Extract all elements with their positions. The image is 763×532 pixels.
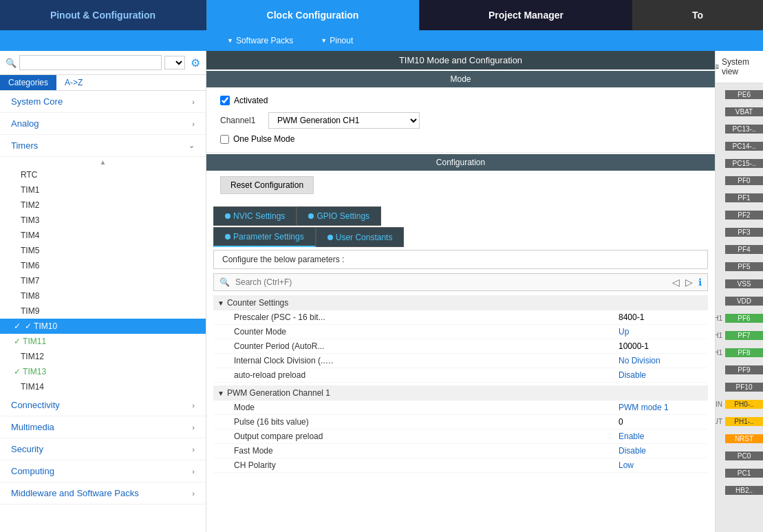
pin-pf10[interactable]: PF10 bbox=[725, 383, 763, 392]
param-fast-mode: Fast Mode Disable bbox=[213, 444, 708, 458]
pin-pc15[interactable]: PC15-.. bbox=[725, 159, 763, 168]
timer-item-tim10[interactable]: ✓ TIM10 bbox=[0, 319, 206, 334]
search-icon: 🔍 bbox=[6, 58, 17, 68]
pin-pf8[interactable]: TIM13_CH1 PF8 bbox=[716, 348, 763, 357]
settings-tabs-row2: Parameter Settings User Constants bbox=[213, 227, 708, 247]
sidebar-item-analog[interactable]: Analog › bbox=[0, 113, 206, 135]
chevron-right-icon: › bbox=[192, 423, 195, 432]
config-section: Reset Configuration NVIC Settings GPIO S… bbox=[206, 171, 715, 247]
timer-item-tim7[interactable]: TIM7 bbox=[0, 273, 206, 288]
timer-item-tim3[interactable]: TIM3 bbox=[0, 213, 206, 228]
activated-checkbox[interactable] bbox=[220, 96, 230, 105]
timer-item-tim6[interactable]: TIM6 bbox=[0, 258, 206, 273]
channel1-select[interactable]: PWM Generation CH1 bbox=[268, 112, 420, 129]
reset-configuration-button[interactable]: Reset Configuration bbox=[220, 176, 314, 194]
view-tab-bar: ▦ Pinout view ≡ System view bbox=[716, 51, 763, 83]
timer-item-tim13[interactable]: ✓ TIM13 bbox=[0, 364, 206, 379]
sidebar-item-multimedia[interactable]: Multimedia › bbox=[0, 416, 206, 438]
pin-pf9[interactable]: PF9 bbox=[725, 365, 763, 374]
pin-pf5[interactable]: PF5 bbox=[725, 262, 763, 271]
tab-parameter-settings[interactable]: Parameter Settings bbox=[213, 227, 316, 247]
param-clock-division: Internal Clock Division (..… No Division bbox=[213, 354, 708, 368]
pin-nrst[interactable]: NRST bbox=[725, 434, 763, 443]
sidebar-search-dropdown[interactable] bbox=[164, 56, 185, 70]
timer-item-tim1[interactable]: TIM1 bbox=[0, 182, 206, 198]
pin-pc1[interactable]: PC1 bbox=[725, 469, 763, 478]
param-prev-icon[interactable]: ◁ bbox=[672, 277, 680, 288]
pwm-channel-group[interactable]: ▼ PWM Generation Channel 1 bbox=[213, 385, 708, 401]
param-search-input[interactable] bbox=[235, 277, 667, 287]
nvic-dot-icon bbox=[225, 213, 230, 219]
pin-pf7[interactable]: TIM11_CH1 PF7 bbox=[716, 331, 763, 340]
pin-hb2[interactable]: HB2.. bbox=[725, 486, 763, 495]
sub-nav-pinout[interactable]: Pinout bbox=[307, 36, 367, 45]
timer-item-tim4[interactable]: TIM4 bbox=[0, 228, 206, 243]
sidebar-item-system-core[interactable]: System Core › bbox=[0, 91, 206, 113]
pin-pf6[interactable]: TIM10_CH1 PF6 bbox=[716, 314, 763, 323]
pin-pc0[interactable]: PC0 bbox=[725, 451, 763, 460]
rcc-osc-out-label: RCC_OSC_OUT bbox=[716, 418, 722, 425]
pin-pc13[interactable]: PC13-.. bbox=[725, 125, 763, 134]
configure-text: Configure the below parameters : bbox=[213, 250, 708, 269]
pin-pf0[interactable]: PF0 bbox=[725, 176, 763, 185]
timer-item-rtc[interactable]: RTC bbox=[0, 167, 206, 182]
gear-icon[interactable]: ⚙ bbox=[191, 56, 200, 70]
pin-pf2[interactable]: PF2 bbox=[725, 211, 763, 220]
tim10-ch1-label: TIM10_CH1 bbox=[716, 315, 722, 322]
timer-item-tim12[interactable]: TIM12 bbox=[0, 349, 206, 364]
tab-gpio-settings[interactable]: GPIO Settings bbox=[297, 206, 381, 226]
sidebar-item-middleware[interactable]: Middleware and Software Packs › bbox=[0, 482, 206, 504]
pin-pf1[interactable]: PF1 bbox=[725, 193, 763, 202]
param-mode: Mode PWM mode 1 bbox=[213, 401, 708, 415]
timer-item-tim14[interactable]: TIM14 bbox=[0, 379, 206, 394]
sub-nav: Software Packs Pinout bbox=[0, 30, 763, 51]
sidebar-search-input[interactable] bbox=[19, 55, 162, 70]
activated-label: Activated bbox=[234, 96, 268, 105]
tab-user-constants[interactable]: User Constants bbox=[316, 227, 405, 247]
timer-item-tim8[interactable]: TIM8 bbox=[0, 288, 206, 304]
settings-tabs: NVIC Settings GPIO Settings bbox=[213, 206, 708, 226]
pin-ph1[interactable]: RCC_OSC_OUT PH1-.. bbox=[716, 417, 763, 426]
param-prescaler: Prescaler (PSC - 16 bit... 8400-1 bbox=[213, 310, 708, 325]
counter-settings-group[interactable]: ▼ Counter Settings bbox=[213, 295, 708, 310]
param-next-icon[interactable]: ▷ bbox=[685, 277, 693, 288]
pin-pf4[interactable]: PF4 bbox=[725, 245, 763, 254]
tab-nvic-settings[interactable]: NVIC Settings bbox=[213, 206, 297, 226]
pin-pc14[interactable]: PC14-.. bbox=[725, 142, 763, 151]
timer-item-tim2[interactable]: TIM2 bbox=[0, 198, 206, 213]
mode-section-header: Mode bbox=[206, 71, 715, 87]
system-view-tab[interactable]: ≡ System view bbox=[716, 54, 757, 80]
pin-ph0[interactable]: RCC_OSC_IN PH0-.. bbox=[716, 400, 763, 409]
sidebar-item-security[interactable]: Security › bbox=[0, 438, 206, 460]
param-search-icon: 🔍 bbox=[219, 277, 230, 287]
param-counter-period: Counter Period (AutoR... 10000-1 bbox=[213, 339, 708, 354]
nav-pinout-config[interactable]: Pinout & Configuration bbox=[0, 0, 206, 30]
chevron-down-icon: ⌄ bbox=[189, 141, 195, 150]
timer-item-tim11[interactable]: ✓ TIM11 bbox=[0, 334, 206, 349]
timer-item-tim9[interactable]: TIM9 bbox=[0, 304, 206, 319]
chevron-right-icon: › bbox=[192, 467, 195, 476]
sidebar-item-connectivity[interactable]: Connectivity › bbox=[0, 394, 206, 416]
sidebar-item-timers[interactable]: Timers ⌄ bbox=[0, 135, 206, 157]
pin-vdd[interactable]: VDD bbox=[725, 297, 763, 306]
nav-clock-config[interactable]: Clock Configuration bbox=[206, 0, 420, 30]
tab-categories[interactable]: Categories bbox=[0, 75, 56, 90]
param-info-icon[interactable]: ℹ bbox=[698, 277, 702, 288]
config-panel: TIM10 Mode and Configuration Mode Activa… bbox=[206, 51, 716, 532]
pin-pe6[interactable]: PE6 bbox=[725, 90, 763, 99]
channel1-label: Channel1 bbox=[220, 116, 261, 125]
sidebar-item-computing[interactable]: Computing › bbox=[0, 460, 206, 482]
rcc-osc-in-label: RCC_OSC_IN bbox=[716, 401, 722, 408]
nav-to[interactable]: To bbox=[633, 0, 763, 30]
sidebar-tab-bar: Categories A->Z bbox=[0, 75, 206, 91]
pin-vss[interactable]: VSS bbox=[725, 279, 763, 288]
main-layout: 🔍 ⚙ Categories A->Z System Core › Analog… bbox=[0, 51, 763, 532]
sub-nav-software-packs[interactable]: Software Packs bbox=[213, 36, 307, 45]
scroll-up-indicator[interactable]: ▲ bbox=[0, 157, 206, 167]
tab-az[interactable]: A->Z bbox=[56, 75, 91, 90]
nav-project-manager[interactable]: Project Manager bbox=[420, 0, 633, 30]
timer-item-tim5[interactable]: TIM5 bbox=[0, 243, 206, 258]
pin-pf3[interactable]: PF3 bbox=[725, 228, 763, 237]
pin-vbat[interactable]: VBAT bbox=[725, 107, 763, 116]
one-pulse-checkbox[interactable] bbox=[220, 135, 229, 144]
